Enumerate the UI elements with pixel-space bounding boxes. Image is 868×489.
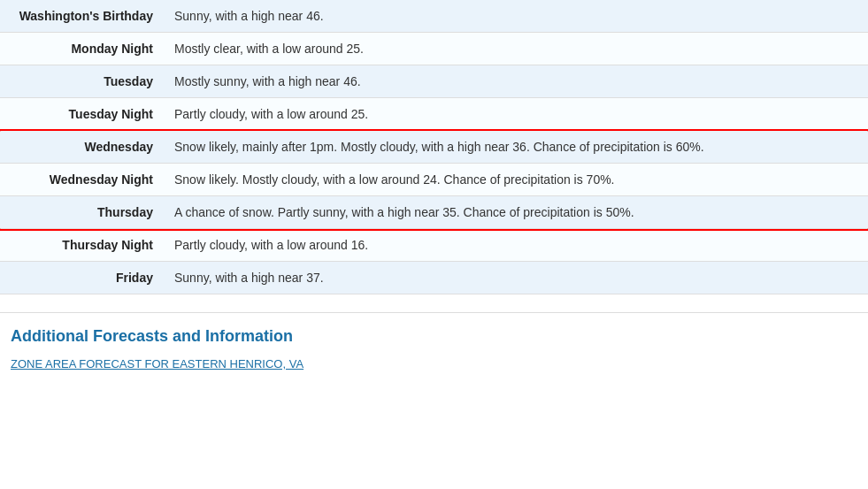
forecast-row: TuesdayMostly sunny, with a high near 46…	[0, 65, 868, 98]
period-description: Partly cloudy, with a low around 16.	[164, 229, 868, 262]
additional-title: Additional Forecasts and Information	[11, 327, 857, 346]
period-description: Partly cloudy, with a low around 25.	[164, 98, 868, 131]
forecast-row: Monday NightMostly clear, with a low aro…	[0, 33, 868, 65]
period-description: Sunny, with a high near 37.	[164, 262, 868, 294]
forecast-row: WednesdaySnow likely, mainly after 1pm. …	[0, 131, 868, 164]
period-label: Washington's Birthday	[0, 0, 164, 33]
forecast-row: Wednesday NightSnow likely. Mostly cloud…	[0, 164, 868, 196]
period-description: Mostly clear, with a low around 25.	[164, 33, 868, 65]
forecast-row: Washington's BirthdaySunny, with a high …	[0, 0, 868, 33]
period-label: Friday	[0, 262, 164, 294]
period-label: Monday Night	[0, 33, 164, 65]
zone-forecast-link[interactable]: ZONE AREA FORECAST FOR EASTERN HENRICO, …	[11, 357, 303, 371]
forecast-row: FridaySunny, with a high near 37.	[0, 262, 868, 294]
additional-forecasts-section: Additional Forecasts and Information ZON…	[0, 312, 868, 378]
period-label: Wednesday	[0, 131, 164, 164]
forecast-row: ThursdayA chance of snow. Partly sunny, …	[0, 196, 868, 229]
period-label: Thursday Night	[0, 229, 164, 262]
period-label: Tuesday	[0, 65, 164, 98]
period-description: Sunny, with a high near 46.	[164, 0, 868, 33]
period-description: Mostly sunny, with a high near 46.	[164, 65, 868, 98]
period-label: Wednesday Night	[0, 164, 164, 196]
period-description: A chance of snow. Partly sunny, with a h…	[164, 196, 868, 229]
forecast-row: Tuesday NightPartly cloudy, with a low a…	[0, 98, 868, 131]
forecast-row: Thursday NightPartly cloudy, with a low …	[0, 229, 868, 262]
period-label: Thursday	[0, 196, 164, 229]
forecast-table: Washington's BirthdaySunny, with a high …	[0, 0, 868, 294]
period-description: Snow likely, mainly after 1pm. Mostly cl…	[164, 131, 868, 164]
period-label: Tuesday Night	[0, 98, 164, 131]
period-description: Snow likely. Mostly cloudy, with a low a…	[164, 164, 868, 196]
